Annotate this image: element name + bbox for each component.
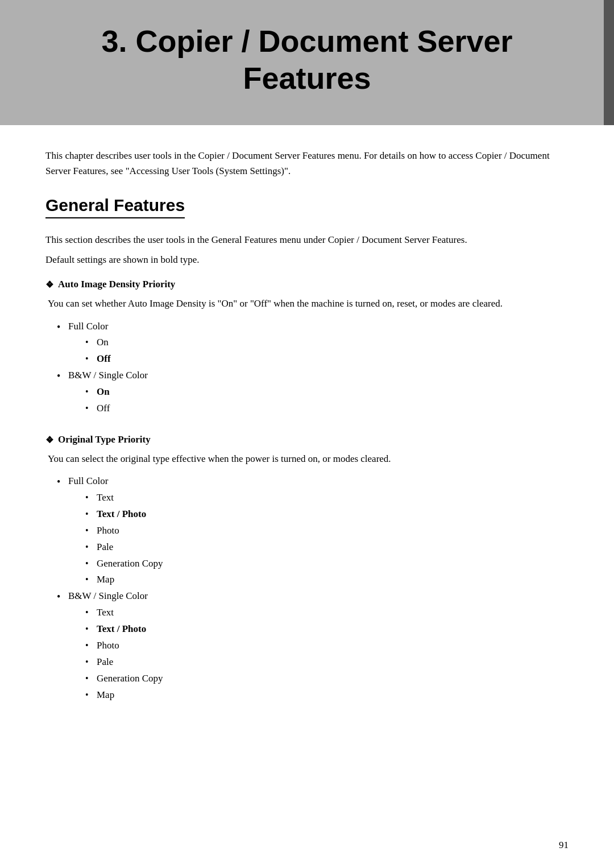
feature-auto-image-density: ❖ Auto Image Density Priority You can se… bbox=[45, 279, 569, 417]
right-accent-bar bbox=[604, 0, 614, 125]
list-item-map-2: Map bbox=[85, 687, 569, 704]
bw-single-color-1-subitems: On Off bbox=[85, 384, 569, 417]
list-item-text-1: Text bbox=[85, 490, 569, 506]
full-color-1-subitems: On Off bbox=[85, 334, 569, 367]
page-container: 3. Copier / Document Server Features Thi… bbox=[0, 0, 614, 868]
chapter-title: 3. Copier / Document Server Features bbox=[34, 23, 580, 97]
chapter-title-line2: Features bbox=[243, 61, 371, 95]
full-color-2-subitems: Text Text / Photo Photo Pale Generation bbox=[85, 490, 569, 588]
diamond-icon-2: ❖ bbox=[45, 435, 53, 445]
list-item-generation-copy-1: Generation Copy bbox=[85, 556, 569, 572]
chapter-title-line1: 3. Copier / Document Server bbox=[101, 24, 512, 58]
section-description: This section describes the user tools in… bbox=[45, 232, 569, 247]
list-item-photo-1: Photo bbox=[85, 523, 569, 539]
list-item-on-1: On bbox=[85, 334, 569, 351]
feature-desc-original-type: You can select the original type effecti… bbox=[48, 451, 569, 466]
chapter-header-banner: 3. Copier / Document Server Features bbox=[0, 0, 614, 125]
list-item-off-1: Off bbox=[85, 351, 569, 367]
diamond-icon-1: ❖ bbox=[45, 279, 53, 290]
original-type-categories: Full Color Text Text / Photo Photo Pale bbox=[57, 473, 569, 703]
chapter-intro: This chapter describes user tools in the… bbox=[45, 148, 569, 179]
list-item-full-color-2: Full Color Text Text / Photo Photo Pale bbox=[57, 473, 569, 588]
general-features-heading: General Features bbox=[45, 196, 185, 218]
list-item-generation-copy-2: Generation Copy bbox=[85, 671, 569, 687]
auto-image-density-categories: Full Color On Off B&W / Single Color bbox=[57, 319, 569, 417]
feature-desc-auto-image-density: You can set whether Auto Image Density i… bbox=[48, 296, 569, 311]
list-item-map-1: Map bbox=[85, 572, 569, 588]
list-item-pale-1: Pale bbox=[85, 539, 569, 556]
list-item-full-color-1: Full Color On Off bbox=[57, 319, 569, 368]
main-content: This chapter describes user tools in the… bbox=[0, 125, 614, 868]
list-item-text-2: Text bbox=[85, 605, 569, 621]
list-item-pale-2: Pale bbox=[85, 654, 569, 671]
list-item-bw-single-color-2: B&W / Single Color Text Text / Photo Pho… bbox=[57, 588, 569, 703]
feature-title-auto-image-density: ❖ Auto Image Density Priority bbox=[45, 279, 569, 290]
bw-single-color-2-subitems: Text Text / Photo Photo Pale Generation bbox=[85, 605, 569, 703]
default-note: Default settings are shown in bold type. bbox=[45, 252, 569, 267]
list-item-off-2: Off bbox=[85, 400, 569, 417]
list-item-text-photo-1: Text / Photo bbox=[85, 506, 569, 523]
list-item-bw-single-color-1: B&W / Single Color On Off bbox=[57, 367, 569, 417]
page-number: 91 bbox=[559, 840, 569, 851]
list-item-on-2: On bbox=[85, 384, 569, 400]
feature-title-original-type: ❖ Original Type Priority bbox=[45, 434, 569, 445]
feature-original-type-priority: ❖ Original Type Priority You can select … bbox=[45, 434, 569, 704]
list-item-photo-2: Photo bbox=[85, 638, 569, 654]
list-item-text-photo-2: Text / Photo bbox=[85, 621, 569, 638]
